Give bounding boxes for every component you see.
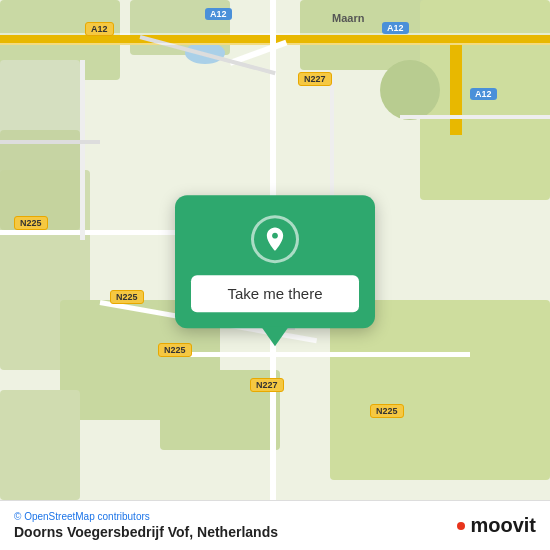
road-label-n225-lower: N225 (158, 343, 192, 357)
attribution-text: © OpenStreetMap contributors (14, 511, 150, 522)
road-label-n227-top: N227 (298, 72, 332, 86)
minor-road (400, 115, 550, 119)
map-area (380, 60, 440, 120)
place-label-maarn: Maarn (332, 12, 364, 24)
road-label-a12-far-right: A12 (470, 88, 497, 100)
map-area (0, 390, 80, 500)
highway-a12-line (0, 43, 550, 45)
map-pin-icon (251, 215, 299, 263)
location-popup: Take me there (175, 195, 375, 328)
road-label-n225-mid: N225 (110, 290, 144, 304)
bottom-bar: © OpenStreetMap contributors Doorns Voeg… (0, 500, 550, 550)
moovit-text: moovit (470, 514, 536, 537)
moovit-logo: moovit (457, 514, 536, 537)
location-name: Doorns Voegersbedrijf Vof, Netherlands (14, 524, 278, 540)
road-label-a12-center: A12 (205, 8, 232, 20)
bottom-left-info: © OpenStreetMap contributors Doorns Voeg… (14, 511, 278, 540)
map: A12 A12 A12 A12 N227 N227 N227 N225 N225… (0, 0, 550, 550)
map-attribution: © OpenStreetMap contributors (14, 511, 278, 522)
road-label-n225-right: N225 (370, 404, 404, 418)
road-label-n225-left: N225 (14, 216, 48, 230)
highway-a12-branch (450, 35, 462, 135)
highway-a12-line (0, 33, 550, 35)
pin-svg (261, 225, 289, 253)
map-area (0, 130, 80, 230)
map-area (420, 0, 550, 200)
minor-road (0, 140, 100, 144)
take-me-there-button[interactable]: Take me there (191, 275, 359, 312)
minor-road (80, 60, 85, 240)
road-label-n227-bottom: N227 (250, 378, 284, 392)
road-label-a12-right: A12 (382, 22, 409, 34)
moovit-dot (457, 522, 465, 530)
road-label-a12: A12 (85, 22, 114, 36)
road-n225-lower (160, 352, 470, 357)
